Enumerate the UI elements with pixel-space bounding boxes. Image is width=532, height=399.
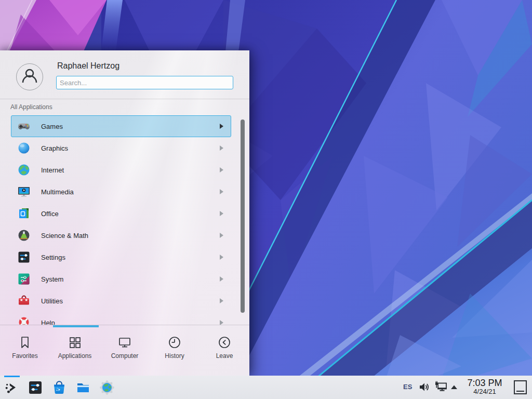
category-row-help[interactable]: Help	[11, 312, 231, 325]
globe-icon	[17, 163, 31, 177]
tab-computer[interactable]: Computer	[100, 325, 150, 376]
kickoff-icon	[4, 380, 19, 395]
clock-date: 4/24/21	[460, 388, 509, 395]
category-label: System	[41, 275, 63, 283]
computer-icon	[117, 335, 132, 350]
file-manager-button[interactable]	[75, 379, 91, 396]
tab-applications[interactable]: Applications	[50, 325, 100, 376]
category-row-internet[interactable]: Internet	[11, 159, 231, 181]
globe-gear-icon	[99, 380, 115, 395]
submenu-arrow-icon	[220, 255, 223, 260]
category-row-system[interactable]: System	[11, 268, 231, 290]
show-desktop-button[interactable]	[514, 380, 527, 394]
launcher-header: Raphael Hertzog	[0, 50, 249, 99]
tab-label: Leave	[216, 352, 233, 360]
clock-time: 7:03 PM	[460, 378, 509, 388]
submenu-arrow-icon	[220, 298, 223, 303]
desktop-screen: Raphael Hertzog All Applications Games	[0, 0, 532, 399]
user-name: Raphael Hertzog	[57, 61, 119, 71]
submenu-arrow-icon	[220, 167, 223, 172]
submenu-arrow-icon	[220, 145, 223, 151]
volume-icon[interactable]	[418, 381, 431, 393]
keyboard-layout-indicator[interactable]: ES	[403, 383, 412, 391]
category-row-science[interactable]: Science & Math	[11, 224, 231, 246]
submenu-arrow-icon	[220, 233, 223, 238]
category-label: Multimedia	[41, 188, 74, 196]
category-row-settings[interactable]: Settings	[11, 246, 231, 268]
category-label: Help	[41, 319, 55, 325]
system-settings-button[interactable]	[27, 379, 44, 396]
category-label: Office	[41, 210, 59, 218]
user-icon	[18, 65, 41, 88]
tab-history[interactable]: History	[150, 325, 200, 376]
category-label: Settings	[41, 254, 65, 261]
system-sliders-icon	[17, 272, 31, 286]
tab-label: Applications	[58, 352, 92, 360]
user-avatar[interactable]	[16, 63, 43, 90]
tab-leave[interactable]: Leave	[200, 325, 249, 376]
submenu-arrow-icon	[220, 124, 223, 129]
header-separator	[0, 99, 249, 99]
flask-icon	[17, 229, 31, 242]
category-label: Games	[41, 123, 63, 130]
submenu-arrow-icon	[220, 320, 223, 325]
leave-icon	[217, 335, 232, 350]
digital-clock[interactable]: 7:03 PM 4/24/21	[460, 378, 509, 395]
submenu-arrow-icon	[220, 211, 223, 216]
tab-label: History	[165, 352, 184, 360]
system-settings-icon	[28, 380, 43, 395]
category-label: Graphics	[41, 144, 68, 152]
search-input[interactable]	[56, 76, 233, 89]
category-label: Utilities	[41, 297, 63, 305]
category-list: Games Graphics	[0, 115, 249, 325]
web-browser-button[interactable]	[99, 379, 115, 396]
category-row-multimedia[interactable]: Multimedia	[11, 181, 231, 203]
bookmark-icon	[18, 335, 32, 350]
discover-button[interactable]	[51, 379, 68, 396]
application-launcher-button[interactable]	[3, 379, 20, 396]
clock-icon	[167, 335, 182, 350]
tab-favorites[interactable]: Favorites	[0, 325, 50, 376]
category-row-games[interactable]: Games	[11, 115, 231, 137]
category-label: Science & Math	[41, 232, 88, 240]
launcher-active-indicator	[4, 376, 20, 377]
launcher-tabbar: Favorites Applications Computer	[0, 325, 249, 376]
active-tab-indicator	[53, 325, 99, 327]
list-scrollbar[interactable]	[241, 119, 245, 313]
tab-label: Favorites	[12, 352, 37, 360]
folder-icon	[75, 380, 91, 395]
grid-icon	[68, 335, 82, 350]
submenu-arrow-icon	[220, 276, 223, 282]
network-icon[interactable]	[434, 381, 448, 394]
toolbox-icon	[17, 294, 31, 308]
submenu-arrow-icon	[220, 189, 223, 194]
sliders-icon	[17, 250, 31, 264]
tab-label: Computer	[111, 352, 139, 360]
monitor-play-icon	[17, 185, 31, 198]
sphere-icon	[17, 141, 31, 155]
category-row-utilities[interactable]: Utilities	[11, 290, 231, 312]
category-label: Internet	[41, 166, 64, 174]
section-label: All Applications	[10, 103, 52, 111]
category-row-office[interactable]: Office	[11, 203, 231, 224]
discover-icon	[51, 380, 67, 395]
expand-tray-icon[interactable]	[450, 384, 458, 390]
application-launcher-menu: Raphael Hertzog All Applications Games	[0, 50, 249, 376]
category-row-graphics[interactable]: Graphics	[11, 137, 231, 159]
gamepad-icon	[17, 119, 31, 133]
documents-icon	[17, 207, 31, 220]
lifebuoy-icon	[17, 316, 31, 325]
taskbar-panel: ES 7:03 PM 4/24/21	[0, 376, 532, 399]
